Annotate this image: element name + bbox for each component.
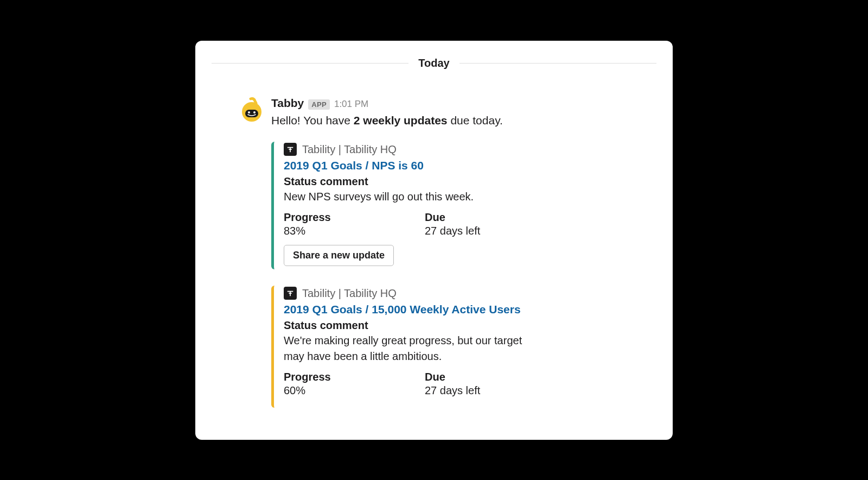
attachment-block: Tability | Tability HQ 2019 Q1 Goals / N… (271, 142, 629, 269)
progress-value: 83% (284, 225, 349, 237)
divider-label: Today (409, 57, 459, 70)
message-body: Tabby APP 1:01 PM Hello! You have 2 week… (271, 97, 629, 425)
attachment-fields: Progress 60% Due 27 days left (284, 371, 629, 397)
progress-field: Progress 83% (284, 211, 349, 237)
due-field: Due 27 days left (425, 371, 490, 397)
svg-rect-1 (245, 110, 258, 117)
svg-point-2 (248, 111, 250, 113)
due-value: 27 days left (425, 384, 490, 397)
app-badge: APP (308, 99, 330, 110)
tabby-avatar-icon (239, 97, 265, 123)
attachment-block: Tability | Tability HQ 2019 Q1 Goals / 1… (271, 286, 629, 408)
message-text-suffix: due today. (448, 114, 503, 127)
message-header: Tabby APP 1:01 PM (271, 97, 629, 110)
attachment-title-link[interactable]: 2019 Q1 Goals / 15,000 Weekly Active Use… (284, 303, 629, 316)
status-comment-label: Status comment (284, 175, 629, 188)
due-label: Due (425, 371, 490, 383)
share-update-button[interactable]: Share a new update (284, 245, 394, 266)
date-divider: Today (212, 57, 656, 70)
divider-line (212, 63, 409, 64)
attachment-source: Tability | Tability HQ (284, 143, 629, 156)
message-text: Hello! You have 2 weekly updates due tod… (271, 112, 629, 129)
progress-label: Progress (284, 371, 349, 383)
message-text-bold: 2 weekly updates (354, 114, 448, 127)
due-value: 27 days left (425, 225, 490, 237)
status-comment-text: New NPS surveys will go out this week. (284, 189, 629, 205)
source-text: Tability | Tability HQ (302, 287, 397, 300)
divider-line (459, 63, 656, 64)
sender-name: Tabby (271, 97, 304, 110)
message-row: Tabby APP 1:01 PM Hello! You have 2 week… (212, 97, 656, 425)
attachment-source: Tability | Tability HQ (284, 287, 629, 300)
attachment-title-link[interactable]: 2019 Q1 Goals / NPS is 60 (284, 159, 629, 172)
due-label: Due (425, 211, 490, 224)
svg-point-3 (253, 111, 256, 113)
source-text: Tability | Tability HQ (302, 143, 397, 156)
message-timestamp: 1:01 PM (334, 99, 368, 110)
progress-value: 60% (284, 384, 349, 397)
status-comment-text: We're making really great progress, but … (284, 333, 544, 364)
status-comment-label: Status comment (284, 319, 629, 332)
progress-field: Progress 60% (284, 371, 349, 397)
tability-icon (284, 287, 297, 300)
due-field: Due 27 days left (425, 211, 490, 237)
attachment-fields: Progress 83% Due 27 days left (284, 211, 629, 237)
tability-icon (284, 143, 297, 156)
message-text-prefix: Hello! You have (271, 114, 354, 127)
progress-label: Progress (284, 211, 349, 224)
slack-card: Today Tabby APP 1:01 PM Hello! You have … (195, 41, 673, 440)
